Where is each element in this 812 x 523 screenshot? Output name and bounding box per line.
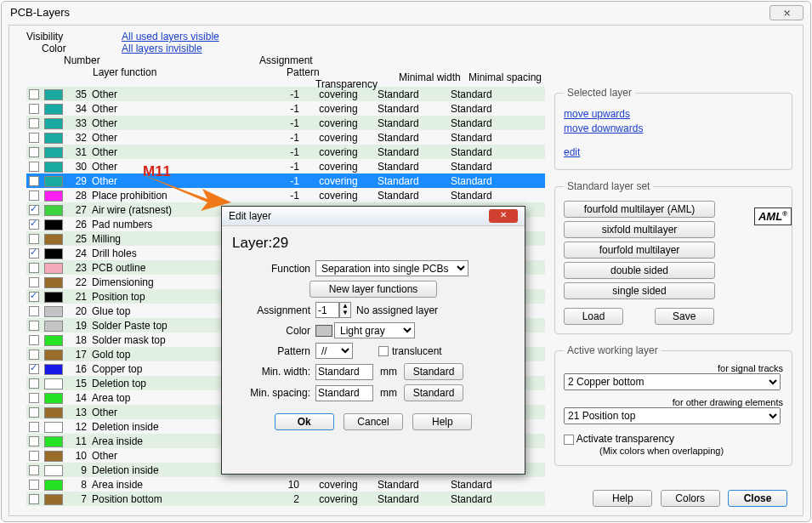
visibility-checkbox[interactable] <box>29 292 39 302</box>
dialog-titlebar[interactable]: Edit layer ✕ <box>222 207 525 226</box>
move-downwards-link[interactable]: move downwards <box>564 122 783 134</box>
color-swatch[interactable] <box>44 465 63 476</box>
load-button[interactable]: Load <box>564 308 623 325</box>
dialog-close-button[interactable]: ✕ <box>489 209 518 223</box>
visibility-checkbox[interactable] <box>29 480 39 490</box>
visibility-checkbox[interactable] <box>29 494 39 504</box>
color-swatch[interactable] <box>44 118 63 129</box>
function-select[interactable]: Separation into single PCBs <box>315 260 468 276</box>
visibility-checkbox[interactable] <box>29 118 39 128</box>
move-upwards-link[interactable]: move upwards <box>564 108 783 120</box>
all-used-visible-link[interactable]: All used layers visible <box>122 31 219 43</box>
visibility-checkbox[interactable] <box>29 350 39 360</box>
visibility-checkbox[interactable] <box>29 335 39 345</box>
table-row[interactable]: 28Place prohibition-1coveringStandardSta… <box>26 188 545 202</box>
table-row[interactable]: 29Other-1coveringStandardStandard <box>26 173 545 188</box>
min-width-input[interactable] <box>315 364 373 380</box>
cancel-button[interactable]: Cancel <box>344 413 403 430</box>
min-width-standard-button[interactable]: Standard <box>404 363 463 380</box>
color-swatch[interactable] <box>44 147 63 158</box>
color-swatch[interactable] <box>44 436 63 447</box>
visibility-checkbox[interactable] <box>29 393 39 403</box>
color-swatch[interactable] <box>44 350 63 361</box>
visibility-checkbox[interactable] <box>29 104 39 114</box>
sixfold-button[interactable]: sixfold multilayer <box>564 221 715 238</box>
table-row[interactable]: 8Area inside10coveringStandardStandard <box>26 477 545 492</box>
visibility-checkbox[interactable] <box>29 321 39 331</box>
visibility-checkbox[interactable] <box>29 378 39 389</box>
table-row[interactable]: 35Other-1coveringStandardStandard <box>26 87 545 101</box>
colors-button[interactable]: Colors <box>661 490 720 507</box>
color-swatch[interactable] <box>44 451 63 462</box>
color-swatch[interactable] <box>44 190 63 202</box>
single-sided-button[interactable]: single sided <box>564 282 715 299</box>
all-invisible-link[interactable]: All layers invisible <box>122 43 219 54</box>
color-swatch[interactable] <box>44 292 63 303</box>
visibility-checkbox[interactable] <box>29 205 39 215</box>
table-row[interactable]: 33Other-1coveringStandardStandard <box>26 116 545 130</box>
color-swatch[interactable] <box>44 407 63 418</box>
color-swatch[interactable] <box>44 422 63 433</box>
visibility-checkbox[interactable] <box>29 234 39 244</box>
color-swatch[interactable] <box>44 480 63 491</box>
other-elements-select[interactable]: 21 Position top <box>564 407 781 424</box>
color-swatch[interactable] <box>44 133 63 144</box>
color-swatch[interactable] <box>44 234 63 245</box>
min-spacing-standard-button[interactable]: Standard <box>404 384 463 401</box>
color-swatch[interactable] <box>44 162 63 173</box>
color-swatch[interactable] <box>44 393 63 404</box>
edit-link[interactable]: edit <box>564 146 783 158</box>
visibility-checkbox[interactable] <box>29 422 39 432</box>
visibility-checkbox[interactable] <box>29 190 39 201</box>
pattern-select[interactable]: // <box>315 343 353 359</box>
visibility-checkbox[interactable] <box>29 133 39 143</box>
min-spacing-input[interactable] <box>315 385 373 401</box>
fourfold-aml-button[interactable]: fourfold multilayer (AML) <box>564 201 715 218</box>
visibility-checkbox[interactable] <box>29 162 39 172</box>
save-button[interactable]: Save <box>655 308 714 325</box>
color-swatch[interactable] <box>44 219 63 230</box>
color-swatch[interactable] <box>44 494 63 505</box>
double-sided-button[interactable]: double sided <box>564 262 715 279</box>
table-row[interactable]: 31Other-1coveringStandardStandard <box>26 145 545 159</box>
visibility-checkbox[interactable] <box>29 407 39 418</box>
assignment-input[interactable] <box>315 302 339 318</box>
dialog-help-button[interactable]: Help <box>412 413 472 430</box>
visibility-checkbox[interactable] <box>29 147 39 157</box>
table-row[interactable]: 7Position bottom2coveringStandardStandar… <box>26 492 545 506</box>
visibility-checkbox[interactable] <box>29 451 39 461</box>
table-row[interactable]: 30Other-1coveringStandardStandard <box>26 159 545 173</box>
assignment-spinner[interactable]: ▲▼ <box>339 302 351 318</box>
visibility-checkbox[interactable] <box>29 465 39 475</box>
visibility-checkbox[interactable] <box>29 277 39 287</box>
translucent-checkbox[interactable] <box>378 346 389 356</box>
visibility-checkbox[interactable] <box>29 219 39 230</box>
color-swatch[interactable] <box>44 205 63 216</box>
color-select[interactable]: Light gray <box>334 322 415 338</box>
visibility-checkbox[interactable] <box>29 176 39 186</box>
color-swatch[interactable] <box>44 89 63 100</box>
signal-tracks-select[interactable]: 2 Copper bottom <box>564 373 781 390</box>
color-swatch[interactable] <box>44 176 63 187</box>
color-swatch[interactable] <box>44 263 63 274</box>
window-close-button[interactable]: ⤬ <box>769 5 803 20</box>
color-swatch[interactable] <box>44 306 63 317</box>
table-row[interactable]: 34Other-1coveringStandardStandard <box>26 101 545 116</box>
color-swatch[interactable] <box>44 277 63 288</box>
color-swatch[interactable] <box>44 364 63 375</box>
close-button[interactable]: Close <box>728 490 787 507</box>
color-swatch[interactable] <box>44 321 63 332</box>
help-button[interactable]: Help <box>593 490 652 507</box>
color-swatch[interactable] <box>44 378 63 389</box>
visibility-checkbox[interactable] <box>29 248 39 259</box>
table-row[interactable]: 32Other-1coveringStandardStandard <box>26 130 545 145</box>
visibility-checkbox[interactable] <box>29 306 39 316</box>
visibility-checkbox[interactable] <box>29 364 39 374</box>
color-swatch[interactable] <box>44 104 63 115</box>
activate-transparency-checkbox[interactable] <box>564 435 574 445</box>
new-layer-functions-button[interactable]: New layer functions <box>309 281 437 298</box>
visibility-checkbox[interactable] <box>29 263 39 273</box>
color-swatch[interactable] <box>44 335 63 346</box>
fourfold-button[interactable]: fourfold multilayer <box>564 242 715 259</box>
ok-button[interactable]: Ok <box>275 413 334 430</box>
